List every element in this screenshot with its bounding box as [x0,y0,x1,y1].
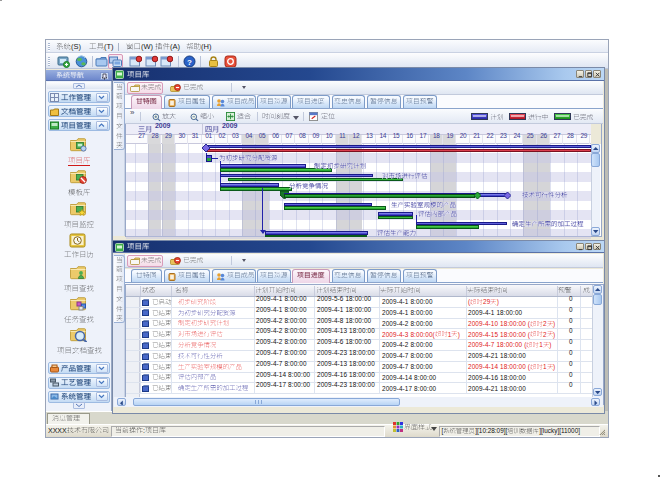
svg-text:?: ? [187,58,192,67]
